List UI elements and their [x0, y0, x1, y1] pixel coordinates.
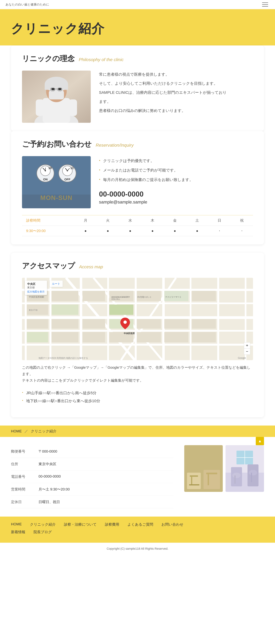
svg-rect-56: [164, 319, 188, 328]
svg-text:Google: Google: [238, 356, 246, 359]
day-thu: 木: [141, 215, 164, 226]
day-sun: 日: [208, 215, 231, 226]
hours-table: 診察時間 月 火 水 木 金 土 日 祝 9:30〜20:00 ●: [22, 215, 253, 236]
map-svg: 中央区役所前駅 東京2下鉄 AKASAKA BAKERY ODA HILL ファ…: [22, 278, 253, 360]
svg-point-94: [249, 470, 257, 476]
sched-mon: ●: [74, 226, 97, 236]
day-fri: 金: [164, 215, 186, 226]
svg-rect-53: [83, 319, 105, 328]
footer-nav-row-1: HOME クリニック紹介 診察・治療について 診察費用 よくあるご質問 お問い合…: [11, 522, 264, 527]
svg-rect-93: [234, 476, 235, 484]
clinic-info-table: 郵便番号 〒000-0000 住所 東京中央区 電話番号 00-0000-000…: [11, 445, 173, 508]
access-heading-jp: アクセスマップ: [22, 261, 75, 271]
map-expand-link[interactable]: 拡大地図を表示: [27, 290, 45, 293]
info-value-hours: 月〜土 9:30〜20:00: [39, 487, 70, 492]
reservation-heading-jp: ご予約/お問い合わせ: [22, 139, 92, 149]
svg-rect-63: [164, 332, 188, 342]
map-area-label: 中央区: [27, 282, 45, 286]
svg-rect-81: [191, 477, 192, 485]
footer-nav-row-2: 新着情報 院長ブログ: [11, 530, 264, 534]
info-label-postal: 郵便番号: [11, 449, 39, 454]
map-route-button[interactable]: ルート: [50, 280, 63, 287]
svg-rect-38: [162, 278, 165, 360]
access-card: アクセスマップ Access map: [11, 253, 264, 417]
svg-text:地図データ©2024 利用規約 地図の誤りを報告する: 地図データ©2024 利用規約 地図の誤りを報告する: [38, 357, 88, 359]
map-container[interactable]: 中央区役所前駅 東京2下鉄 AKASAKA BAKERY ODA HILL ファ…: [22, 278, 253, 360]
hours-data-row: 9:30〜20:00 ● ● ● ● ● ● ・ ・: [22, 226, 253, 236]
map-zoom-in[interactable]: +: [244, 342, 250, 348]
hours-label: 診察時間: [22, 215, 74, 226]
svg-text:中央区役所前駅: 中央区役所前駅: [29, 296, 44, 298]
footer-link-clinic[interactable]: クリニック紹介: [30, 522, 56, 527]
footer-link-faq[interactable]: よくあるご質問: [127, 522, 153, 527]
map-city-label: 東京都: [27, 286, 45, 289]
email-address: sample@sample.sample: [99, 200, 253, 204]
footer-link-contact[interactable]: お問い合わせ: [161, 522, 183, 527]
day-hol: 祝: [231, 215, 253, 226]
info-label-address: 住所: [11, 462, 39, 466]
philosophy-heading: リニックの理念 Philosophy of the clinic: [22, 54, 253, 64]
reservation-bullet-2: メールまたはお電話でご予約が可能です。: [99, 166, 253, 175]
philosophy-line-5: 患者様のお口の悩みの解決に努めてまいります。: [99, 107, 253, 114]
svg-rect-57: [192, 319, 216, 328]
access-description: この地図の上で右クリック →「Googleマップ」→「Googleマップの編集集…: [22, 364, 253, 384]
svg-rect-40: [217, 278, 219, 360]
footer-link-news[interactable]: 新着情報: [11, 530, 25, 534]
reservation-content: 10 ON 11: [22, 156, 253, 208]
access-heading: アクセスマップ Access map: [22, 261, 253, 271]
hours-table-wrapper: 診察時間 月 火 水 木 金 土 日 祝 9:30〜20:00 ●: [22, 215, 253, 236]
clinic-image-2: [225, 445, 264, 492]
svg-point-10: [58, 88, 62, 90]
phone-number: 00-0000-0000: [99, 190, 253, 198]
reservation-image: 10 ON 11: [22, 156, 91, 208]
svg-text:中央区役所: 中央区役所: [124, 332, 135, 334]
svg-point-23: [67, 170, 68, 171]
hamburger-line-1: [262, 2, 268, 3]
svg-rect-44: [52, 291, 78, 301]
sched-sun: ・: [208, 226, 231, 236]
philosophy-image-inner: [22, 70, 91, 123]
main-content: リニックの理念 Philosophy of the clinic: [0, 46, 275, 417]
breadcrumb-home[interactable]: HOME: [11, 429, 22, 433]
info-row-postal: 郵便番号 〒000-0000: [11, 445, 173, 458]
time-range: 9:30〜20:00: [22, 226, 74, 236]
map-overlay: 中央区 東京都 拡大地図を表示: [25, 280, 47, 295]
svg-text:東京2下鉄: 東京2下鉄: [29, 309, 38, 311]
svg-rect-84: [208, 474, 209, 485]
info-label-hours: 営業時間: [11, 487, 39, 492]
svg-rect-60: [83, 332, 105, 342]
svg-text:ファミリーマート: ファミリーマート: [165, 296, 181, 298]
footer-link-blog[interactable]: 院長ブログ: [34, 530, 52, 534]
clock-off-label: OFF: [64, 178, 70, 181]
philosophy-line-4: ます。: [99, 98, 253, 106]
access-bullets: JR山手線○○駅○○番出口から南へ徒歩5分 地下鉄○○線○○駅○番出口から東へ徒…: [22, 389, 253, 405]
access-heading-en: Access map: [79, 264, 103, 270]
scroll-to-top-button[interactable]: ▲: [256, 437, 264, 445]
footer-image-2: [225, 445, 264, 492]
breadcrumb-current: クリニック紹介: [31, 429, 57, 434]
footer-link-home[interactable]: HOME: [11, 522, 22, 527]
svg-rect-65: [109, 304, 133, 315]
philosophy-image: [22, 70, 91, 123]
hamburger-menu[interactable]: [262, 2, 268, 6]
access-desc-2: テキストの内容はここをダブルクリックでダイレクト編集集が可能です。: [22, 377, 253, 384]
svg-rect-55: [137, 319, 161, 328]
info-row-phone: 電話番号 00-0000-0000: [11, 470, 173, 483]
philosophy-content: 常に患者様の視点で医療を提供します。 そして、より安心してご利用いただけるクリニ…: [22, 70, 253, 123]
footer-link-fees[interactable]: 診察費用: [105, 522, 119, 527]
svg-text:EV充電スポット: EV充電スポット: [138, 296, 152, 298]
svg-text:AKASAKA BAKERY: AKASAKA BAKERY: [111, 296, 130, 298]
breadcrumb: HOME ／ クリニック紹介: [0, 426, 275, 437]
info-row-hours: 営業時間 月〜土 9:30〜20:00: [11, 483, 173, 496]
clock-on: 10 ON: [37, 164, 54, 182]
svg-rect-64: [192, 332, 216, 342]
reservation-bullet-1: クリニックは予約優先です。: [99, 156, 253, 166]
map-zoom-out[interactable]: −: [244, 348, 250, 354]
svg-rect-83: [206, 473, 217, 474]
hours-header-row: 診察時間 月 火 水 木 金 土 日 祝: [22, 215, 253, 226]
svg-rect-8: [49, 90, 64, 100]
footer-link-treatment[interactable]: 診察・治療について: [64, 522, 97, 527]
svg-rect-78: [187, 473, 201, 489]
clinic-image-1: [184, 445, 223, 492]
map-zoom-controls[interactable]: + −: [244, 342, 250, 355]
